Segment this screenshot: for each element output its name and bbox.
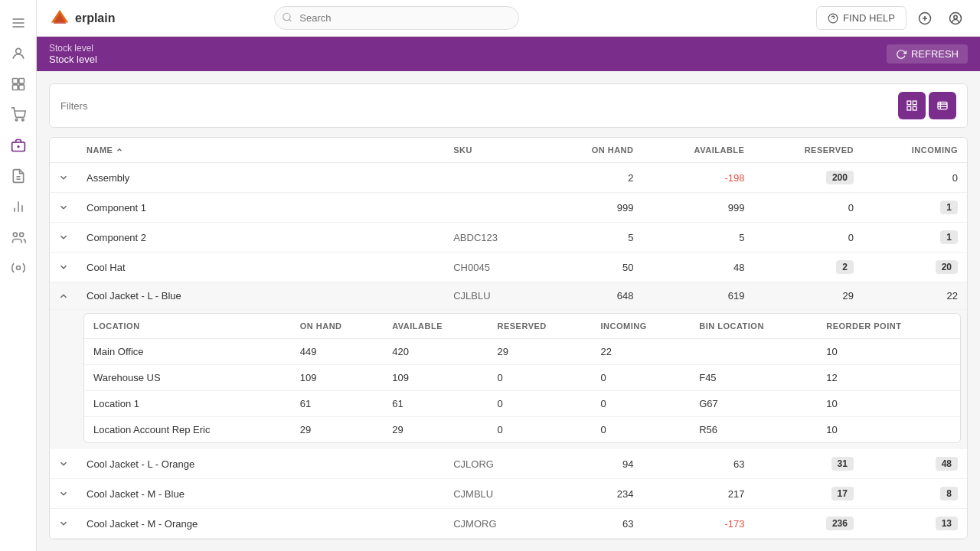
- sub-onhand-header: On hand: [291, 314, 384, 339]
- sidebar-purchases-icon[interactable]: [5, 162, 32, 190]
- sku-cell: CJLORG: [444, 449, 545, 479]
- onhand-cell: 94: [545, 449, 642, 479]
- sub-reorderpoint-cell: 12: [817, 365, 960, 391]
- logo-text: erplain: [75, 11, 115, 25]
- sidebar-contacts-icon[interactable]: [5, 40, 32, 67]
- chevron-down-icon[interactable]: [56, 456, 71, 471]
- reserved-cell: 200: [753, 163, 863, 193]
- expand-cell[interactable]: [50, 449, 77, 479]
- chevron-down-icon[interactable]: [56, 200, 71, 215]
- incoming-cell: 22: [863, 282, 967, 310]
- breadcrumb-current[interactable]: Stock level: [49, 54, 97, 65]
- sidebar-stock-icon[interactable]: [5, 132, 32, 159]
- expand-cell[interactable]: [50, 223, 77, 253]
- sidebar-menu-icon[interactable]: [5, 9, 32, 37]
- svg-rect-35: [913, 106, 916, 110]
- name-col-header[interactable]: NAME: [77, 138, 444, 163]
- sub-reorderpoint-header: Reorder point: [817, 314, 960, 339]
- sub-onhand-cell: 109: [291, 365, 384, 391]
- onhand-cell: 648: [545, 282, 642, 310]
- svg-rect-7: [18, 85, 24, 90]
- table-row: Cool Jacket - L - Orange CJLORG 94 63 31…: [50, 449, 967, 479]
- sidebar-products-icon[interactable]: [5, 70, 32, 98]
- expand-cell[interactable]: [50, 163, 77, 193]
- name-cell: Cool Jacket - M - Blue: [77, 479, 444, 509]
- sub-available-cell: 420: [383, 339, 488, 365]
- svg-rect-6: [12, 85, 18, 90]
- available-cell: -173: [642, 509, 753, 539]
- svg-point-31: [954, 15, 958, 19]
- svg-point-18: [19, 233, 23, 236]
- available-col-header: AVAILABLE: [642, 138, 753, 163]
- chevron-down-icon[interactable]: [56, 486, 71, 501]
- breadcrumb-bar: Stock level Stock level REFRESH: [37, 37, 980, 71]
- find-help-button[interactable]: FIND HELP: [816, 6, 906, 30]
- sidebar: [0, 0, 37, 551]
- view-buttons: [898, 92, 956, 119]
- svg-point-8: [15, 119, 18, 121]
- incoming-badge: 13: [936, 517, 958, 530]
- available-cell: 217: [642, 479, 753, 509]
- name-cell: Cool Jacket - M - Orange: [77, 509, 444, 539]
- sub-reserved-cell: 0: [488, 365, 591, 391]
- expand-cell[interactable]: [50, 282, 77, 310]
- reserved-cell: 236: [753, 509, 863, 539]
- chevron-down-icon[interactable]: [56, 516, 71, 531]
- onhand-cell: 2: [545, 163, 642, 193]
- refresh-button[interactable]: REFRESH: [887, 44, 968, 64]
- filter-input[interactable]: [60, 100, 898, 112]
- table-row: Cool Jacket - M - Blue CJMBLU 234 217 17…: [50, 479, 967, 509]
- chevron-down-icon[interactable]: [56, 230, 71, 245]
- sidebar-integrations-icon[interactable]: [5, 254, 32, 282]
- svg-rect-33: [913, 101, 916, 105]
- sub-location-cell: Location Account Rep Eric: [84, 417, 291, 443]
- sidebar-orders-icon[interactable]: [5, 101, 32, 129]
- reserved-badge: 200: [826, 171, 854, 184]
- sub-location-cell: Main Office: [84, 339, 291, 365]
- grid-view-button[interactable]: [898, 92, 926, 119]
- sub-location-cell: Location 1: [84, 391, 291, 417]
- breadcrumb-parent: Stock level: [49, 43, 97, 54]
- name-cell: Assembly: [77, 163, 444, 193]
- expand-cell[interactable]: [50, 193, 77, 223]
- expanded-row: Location On hand Available Reserved Inco…: [50, 310, 967, 450]
- incoming-badge: 1: [940, 230, 958, 244]
- table-row: Component 2 ABDC123 5 5 0 1: [50, 223, 967, 253]
- sku-cell: CJLBLU: [444, 282, 545, 310]
- search-input[interactable]: [274, 6, 519, 30]
- incoming-cell: 0: [863, 163, 967, 193]
- available-cell: -198: [642, 163, 753, 193]
- available-cell: 48: [642, 253, 753, 282]
- filter-bar: [49, 83, 968, 128]
- svg-point-3: [15, 48, 21, 54]
- onhand-cell: 5: [545, 223, 642, 253]
- onhand-cell: 63: [545, 509, 642, 539]
- profile-button[interactable]: [943, 6, 968, 31]
- sub-available-header: Available: [383, 314, 488, 339]
- chevron-down-icon[interactable]: [56, 259, 71, 275]
- sub-binlocation-cell: F45: [690, 365, 817, 391]
- svg-rect-34: [907, 106, 911, 110]
- chevron-down-icon[interactable]: [56, 170, 71, 185]
- incoming-cell: 20: [863, 253, 967, 282]
- chevron-up-icon[interactable]: [56, 289, 71, 304]
- expand-cell[interactable]: [50, 253, 77, 282]
- find-help-label: FIND HELP: [843, 12, 895, 24]
- reserved-cell: 2: [753, 253, 863, 282]
- add-button[interactable]: [913, 6, 937, 31]
- sub-available-cell: 29: [383, 417, 488, 443]
- search-bar: [274, 6, 519, 30]
- sub-incoming-cell: 0: [591, 417, 690, 443]
- sku-col-header: SKU: [444, 138, 545, 163]
- sidebar-reports-icon[interactable]: [5, 193, 32, 220]
- available-cell: 63: [642, 449, 753, 479]
- sku-cell: [444, 163, 545, 193]
- reserved-badge: 2: [836, 260, 854, 274]
- sub-table-header: Location On hand Available Reserved Inco…: [84, 314, 960, 339]
- expand-cell[interactable]: [50, 509, 77, 539]
- sidebar-team-icon[interactable]: [5, 223, 32, 251]
- list-view-button[interactable]: [929, 92, 956, 119]
- incoming-cell: 48: [863, 449, 967, 479]
- expand-cell[interactable]: [50, 479, 77, 509]
- sub-table-row: Location Account Rep Eric 29 29 0 0 R56 …: [84, 417, 960, 443]
